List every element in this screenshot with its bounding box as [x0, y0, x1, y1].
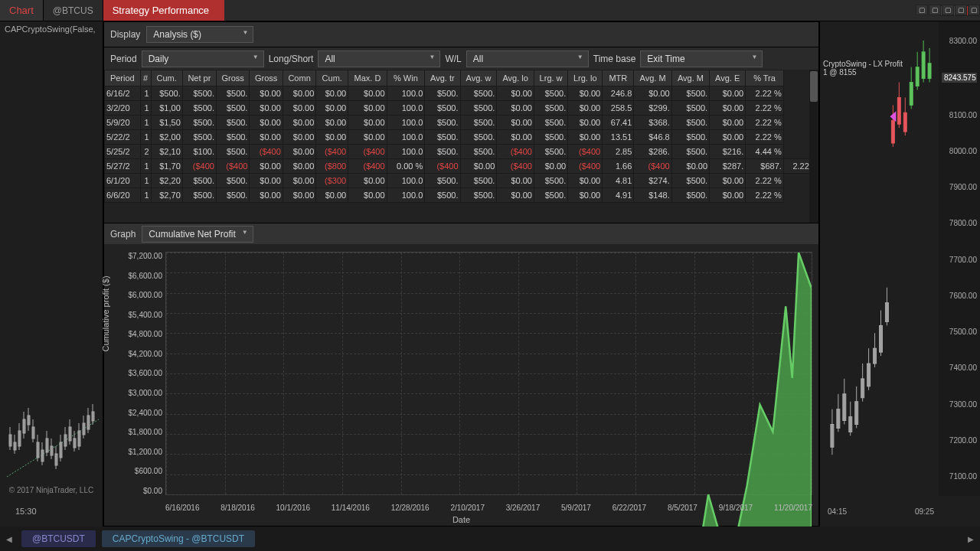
- outer-btn-1[interactable]: ▢: [916, 5, 928, 15]
- y-tick: $4,200.00: [118, 350, 162, 358]
- column-header[interactable]: #: [140, 70, 151, 86]
- table-cell: $216.: [710, 145, 746, 159]
- column-header[interactable]: Avg. M: [671, 70, 709, 86]
- table-row[interactable]: 6/6/201$2,70$500.$500.$0.00$0.00$0.00$0.…: [105, 188, 818, 203]
- table-cell: ($400: [348, 159, 387, 174]
- equity-chart[interactable]: Cumulative profit ($) $7,200.00$6,600.00…: [104, 244, 818, 526]
- performance-table[interactable]: Period#Cum.Net prGrossGrossComnCum.Max. …: [104, 70, 818, 203]
- price-candlestick-chart[interactable]: [823, 29, 937, 516]
- table-cell: $0.00: [497, 116, 534, 130]
- tab-strategy-performance[interactable]: Strategy Performance: [103, 0, 224, 21]
- table-cell: $500.: [534, 130, 567, 145]
- column-header[interactable]: Lrg. lo: [568, 70, 603, 86]
- price-tick: 7900.00: [942, 183, 977, 191]
- column-header[interactable]: % Win: [387, 70, 425, 86]
- column-header[interactable]: Gross: [216, 70, 249, 86]
- table-cell: $500.: [425, 145, 460, 159]
- graph-dropdown[interactable]: Cumulative Net Profit: [142, 226, 253, 243]
- column-header[interactable]: Avg. w: [460, 70, 497, 86]
- table-row[interactable]: 5/25/22$2,10$100.$500.($400$0.00($400($4…: [105, 145, 818, 159]
- price-tick: 7700.00: [942, 256, 977, 264]
- outer-btn-5[interactable]: ▢: [968, 5, 980, 15]
- table-cell: $0.00: [348, 101, 387, 116]
- bottom-tab-symbol[interactable]: @BTCUSDT: [21, 530, 96, 547]
- column-header[interactable]: Net pr: [182, 70, 216, 86]
- table-cell: $2,00: [151, 130, 182, 145]
- table-cell: 13.51: [603, 130, 634, 145]
- table-cell: $0.00: [348, 86, 387, 101]
- tab-symbol[interactable]: @BTCUS: [44, 0, 103, 21]
- y-tick: $7,200.00: [118, 252, 162, 260]
- left-time-label: 15:30: [15, 507, 37, 516]
- table-cell: 6/1/20: [105, 174, 141, 188]
- table-cell: $0.00: [568, 116, 603, 130]
- column-header[interactable]: Avg. M: [634, 70, 671, 86]
- column-header[interactable]: Cum.: [151, 70, 182, 86]
- table-row[interactable]: 5/27/21$1,70($400($400$0.00$0.00($800($4…: [105, 159, 818, 174]
- timebase-dropdown[interactable]: Exit Time: [640, 51, 763, 67]
- wl-dropdown[interactable]: All: [466, 51, 589, 67]
- table-cell: $0.00: [283, 174, 315, 188]
- table-cell: 100.0: [387, 145, 425, 159]
- right-chart-panel: CryptoSwing - LX Profit 1 @ 8155: [819, 21, 980, 527]
- bottom-tab-strategy[interactable]: CAPCryptoSwing - @BTCUSDT: [102, 530, 255, 547]
- table-cell: $0.00: [568, 174, 603, 188]
- column-header[interactable]: Max. D: [348, 70, 387, 86]
- longshort-dropdown[interactable]: All: [318, 51, 440, 67]
- table-row[interactable]: 5/9/201$1,50$500.$500.$0.00$0.00$0.00$0.…: [105, 116, 818, 130]
- current-price-badge: 8243.575: [942, 73, 977, 83]
- column-header[interactable]: Avg. E: [710, 70, 746, 86]
- performance-table-wrap: Period#Cum.Net prGrossGrossComnCum.Max. …: [104, 70, 818, 223]
- x-tick: 11/20/2017: [774, 504, 812, 512]
- outer-btn-3[interactable]: ▢: [942, 5, 954, 15]
- table-cell: $500.: [460, 188, 497, 203]
- table-cell: $500.: [460, 86, 497, 101]
- table-cell: 2.22 %: [746, 174, 784, 188]
- table-scrollbar[interactable]: [809, 70, 818, 223]
- y-tick: $2,400.00: [118, 409, 162, 417]
- plot-region[interactable]: [165, 252, 812, 495]
- column-header[interactable]: % Tra: [746, 70, 784, 86]
- table-cell: $500.: [534, 116, 567, 130]
- scroll-left-icon[interactable]: ◀: [3, 533, 15, 545]
- table-row[interactable]: 6/16/21$500.$500.$500.$0.00$0.00$0.00$0.…: [105, 86, 818, 101]
- column-header[interactable]: Lrg. w: [534, 70, 567, 86]
- y-tick: $0.00: [118, 487, 162, 495]
- outer-btn-2[interactable]: ▢: [929, 5, 941, 15]
- price-tick: 8000.00: [942, 147, 977, 155]
- column-header[interactable]: Cum.: [316, 70, 348, 86]
- table-cell: $500.: [534, 188, 567, 203]
- mini-candlestick-chart[interactable]: [3, 343, 103, 481]
- x-tick: 9/18/2017: [719, 504, 753, 512]
- display-dropdown[interactable]: Analysis ($): [146, 26, 253, 43]
- period-dropdown[interactable]: Daily: [142, 51, 264, 67]
- table-cell: $0.00: [316, 86, 348, 101]
- table-cell: $500.: [182, 130, 216, 145]
- table-cell: $500.: [425, 101, 460, 116]
- scroll-right-icon[interactable]: ▶: [965, 533, 977, 545]
- scrollbar-thumb[interactable]: [810, 71, 818, 102]
- table-cell: $0.00: [283, 145, 315, 159]
- price-tick: 7500.00: [942, 328, 977, 336]
- tab-chart[interactable]: Chart: [0, 0, 44, 21]
- table-cell: $0.00: [568, 130, 603, 145]
- table-row[interactable]: 6/1/201$2,20$500.$500.$0.00$0.00($300$0.…: [105, 174, 818, 188]
- y-tick: $1,200.00: [118, 448, 162, 456]
- column-header[interactable]: Avg. tr: [425, 70, 460, 86]
- table-cell: $286.: [634, 145, 671, 159]
- column-header[interactable]: MTR: [603, 70, 634, 86]
- y-tick: $5,400.00: [118, 311, 162, 319]
- table-cell: 6/6/20: [105, 188, 141, 203]
- column-header[interactable]: Gross: [250, 70, 283, 86]
- table-cell: 2.85: [603, 145, 634, 159]
- table-cell: $0.00: [283, 86, 315, 101]
- table-row[interactable]: 5/22/21$2,00$500.$500.$0.00$0.00$0.00$0.…: [105, 130, 818, 145]
- x-tick: 6/22/2017: [612, 504, 647, 512]
- table-cell: 5/22/2: [105, 130, 141, 145]
- column-header[interactable]: Period: [105, 70, 141, 86]
- column-header[interactable]: Avg. lo: [497, 70, 534, 86]
- outer-btn-4[interactable]: ▢: [955, 5, 967, 15]
- table-cell: $0.00: [250, 116, 283, 130]
- table-row[interactable]: 3/2/201$1,00$500.$500.$0.00$0.00$0.00$0.…: [105, 101, 818, 116]
- column-header[interactable]: Comn: [283, 70, 315, 86]
